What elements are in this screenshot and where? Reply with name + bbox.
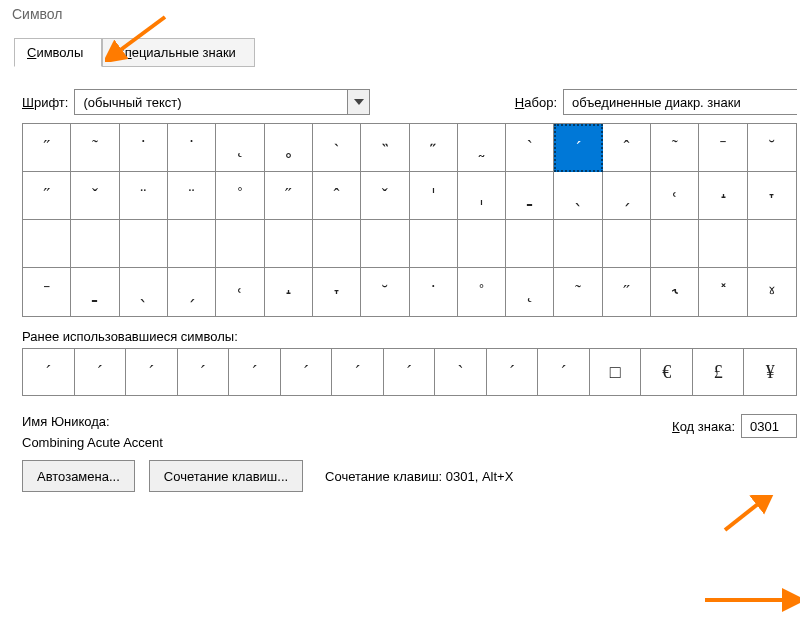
grid-cell[interactable]: ˙ — [410, 268, 458, 316]
autocorrect-button[interactable]: Автозамена... — [22, 460, 135, 492]
grid-cell[interactable]: ˍ — [71, 268, 119, 316]
grid-cell[interactable] — [168, 220, 216, 268]
grid-cell[interactable]: ˈ — [410, 172, 458, 220]
grid-cell[interactable]: ˏ — [603, 172, 651, 220]
grid-cell[interactable]: ˝ — [23, 124, 71, 172]
grid-cell[interactable] — [265, 220, 313, 268]
grid-cell[interactable] — [699, 220, 747, 268]
grid-cell[interactable]: ˕ — [313, 268, 361, 316]
recent-cell[interactable]: ´ — [332, 349, 384, 395]
grid-cell[interactable]: ˙ — [120, 124, 168, 172]
grid-cell[interactable]: ˴ — [313, 124, 361, 172]
font-value: (обычный текст) — [75, 95, 347, 110]
unicode-name-label: Имя Юникода: — [22, 414, 163, 429]
recent-cell[interactable]: ´ — [229, 349, 281, 395]
grid-cell[interactable]: ˞ — [651, 268, 699, 316]
recent-cell[interactable]: ´ — [178, 349, 230, 395]
grid-cell[interactable]: ˆ — [313, 172, 361, 220]
grid-cell[interactable] — [23, 220, 71, 268]
grid-cell[interactable] — [120, 220, 168, 268]
set-value: объединенные диакр. знаки — [564, 95, 797, 110]
grid-cell[interactable]: ˉ — [699, 124, 747, 172]
grid-cell[interactable]: ˎ — [120, 268, 168, 316]
recent-cell[interactable]: □ — [590, 349, 642, 395]
recent-cell[interactable]: £ — [693, 349, 745, 395]
grid-cell[interactable] — [410, 220, 458, 268]
set-label: Набор: — [515, 95, 557, 110]
grid-cell[interactable]: ˵ — [361, 124, 409, 172]
grid-cell[interactable]: ˘ — [748, 124, 796, 172]
grid-cell[interactable] — [458, 220, 506, 268]
recent-cell[interactable]: ´ — [281, 349, 333, 395]
character-grid[interactable]: ˝˜˙˙˛˳˴˵˶˷`´ˆ˜ˉ˘˝ˇ¨¨˚˝ˆˇˈˌˍˎˏ˓˔˕ˉˍˎˏ˓˔˕˘… — [22, 123, 797, 317]
grid-cell[interactable]: ˳ — [265, 124, 313, 172]
grid-cell[interactable] — [651, 220, 699, 268]
grid-cell[interactable]: ˙ — [168, 124, 216, 172]
grid-cell[interactable]: ˆ — [603, 124, 651, 172]
grid-cell[interactable] — [603, 220, 651, 268]
char-code-input[interactable]: 0301 — [741, 414, 797, 438]
grid-cell[interactable]: ˟ — [699, 268, 747, 316]
grid-cell[interactable] — [313, 220, 361, 268]
recent-cell[interactable]: ¥ — [744, 349, 796, 395]
recent-cell[interactable]: ´ — [23, 349, 75, 395]
grid-cell[interactable]: ˷ — [458, 124, 506, 172]
grid-cell[interactable]: ˕ — [748, 172, 796, 220]
tab-symbols[interactable]: Символы — [14, 38, 102, 67]
grid-cell[interactable]: ˝ — [603, 268, 651, 316]
recent-cell[interactable]: ´ — [538, 349, 590, 395]
grid-cell[interactable]: ` — [506, 124, 554, 172]
grid-cell[interactable]: ˏ — [168, 268, 216, 316]
grid-cell[interactable]: ˉ — [23, 268, 71, 316]
grid-cell[interactable]: ˍ — [506, 172, 554, 220]
tab-special[interactable]: Специальные знаки — [102, 38, 255, 67]
char-code-label: Код знака: — [672, 419, 735, 434]
recent-cell[interactable]: € — [641, 349, 693, 395]
dropdown-icon[interactable] — [347, 90, 369, 114]
grid-cell[interactable]: ˇ — [361, 172, 409, 220]
grid-cell[interactable]: ˚ — [216, 172, 264, 220]
tab-bar: Символы Специальные знаки — [14, 38, 807, 67]
grid-cell[interactable]: ˌ — [458, 172, 506, 220]
grid-cell[interactable]: ˇ — [71, 172, 119, 220]
grid-cell[interactable]: ˛ — [216, 124, 264, 172]
grid-cell[interactable]: ˛ — [506, 268, 554, 316]
grid-cell[interactable]: ˚ — [458, 268, 506, 316]
grid-cell[interactable]: ˝ — [265, 172, 313, 220]
recent-cell[interactable]: ` — [435, 349, 487, 395]
svg-line-1 — [725, 500, 763, 530]
recent-symbols[interactable]: ´´´´´´´´`´´□€£¥ — [22, 348, 797, 396]
font-label: Шрифт: — [22, 95, 68, 110]
grid-cell[interactable] — [361, 220, 409, 268]
grid-cell[interactable] — [216, 220, 264, 268]
grid-cell[interactable]: ¨ — [120, 172, 168, 220]
window-title: Символ — [0, 0, 807, 28]
grid-cell[interactable]: ˔ — [699, 172, 747, 220]
grid-cell[interactable]: ˠ — [748, 268, 796, 316]
grid-cell[interactable]: ˘ — [361, 268, 409, 316]
grid-cell[interactable]: ˔ — [265, 268, 313, 316]
grid-cell[interactable]: ˜ — [651, 124, 699, 172]
recent-cell[interactable]: ´ — [487, 349, 539, 395]
grid-cell[interactable] — [748, 220, 796, 268]
recent-label: Ранее использовавшиеся символы: — [22, 329, 797, 344]
grid-cell[interactable]: ˓ — [651, 172, 699, 220]
grid-cell[interactable]: ˜ — [71, 124, 119, 172]
grid-cell[interactable]: ˎ — [554, 172, 602, 220]
unicode-name: Combining Acute Accent — [22, 435, 163, 450]
shortcut-key-button[interactable]: Сочетание клавиш... — [149, 460, 303, 492]
grid-cell[interactable]: ¨ — [168, 172, 216, 220]
grid-cell[interactable]: ˜ — [554, 268, 602, 316]
recent-cell[interactable]: ´ — [126, 349, 178, 395]
grid-cell[interactable]: ˝ — [23, 172, 71, 220]
grid-cell[interactable] — [506, 220, 554, 268]
grid-cell[interactable] — [71, 220, 119, 268]
set-select[interactable]: объединенные диакр. знаки — [563, 89, 797, 115]
recent-cell[interactable]: ´ — [75, 349, 127, 395]
grid-cell[interactable]: ´ — [554, 124, 602, 172]
grid-cell[interactable] — [554, 220, 602, 268]
font-select[interactable]: (обычный текст) — [74, 89, 370, 115]
grid-cell[interactable]: ˓ — [216, 268, 264, 316]
grid-cell[interactable]: ˶ — [410, 124, 458, 172]
recent-cell[interactable]: ´ — [384, 349, 436, 395]
